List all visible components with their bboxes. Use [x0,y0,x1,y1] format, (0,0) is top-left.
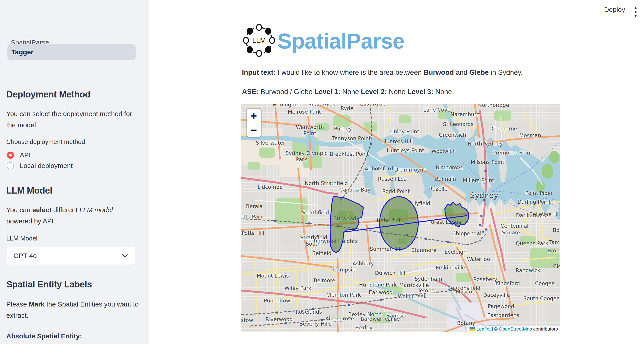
svg-text:Kingsford: Kingsford [496,280,520,286]
svg-text:Lidcombe: Lidcombe [258,184,283,190]
openstreetmap-link[interactable]: OpenStreetMap [499,326,532,332]
svg-text:Square: Square [502,230,520,236]
svg-text:Point: Point [303,131,316,136]
deployment-method-heading: Deployment Method [6,89,90,99]
svg-text:Waterloo: Waterloo [467,256,490,262]
svg-text:Rosebery: Rosebery [473,276,498,282]
svg-text:West Ryde: West Ryde [309,104,336,107]
svg-text:Ashbury: Ashbury [352,261,374,267]
svg-text:Sydney: Sydney [470,191,498,200]
svg-text:Silverwater: Silverwater [256,140,285,146]
svg-text:Balmain: Balmain [435,176,456,182]
leaflet-map[interactable]: ErmingtonWest RydeRydeEast RydeMelrose P… [241,104,560,332]
svg-text:Roselands: Roselands [296,309,322,315]
choose-deployment-label: Choose deployment method: [6,138,87,146]
radio-local-deployment[interactable]: Local deployment [7,161,73,170]
radio-api[interactable]: API [7,151,30,160]
svg-text:Millers Point: Millers Point [463,177,494,183]
svg-text:Tennyson Point: Tennyson Point [332,135,371,141]
svg-text:Bondi: Bondi [553,227,560,233]
logo-text: LLM [252,37,266,44]
ase-result-line: ASE: Burwood / Glebe Level 1: None Level… [242,87,579,97]
svg-text:St Leonards: St Leonards [443,121,474,127]
deploy-button[interactable]: Deploy [604,6,625,13]
svg-text:Clovelly: Clovelly [553,263,560,269]
svg-text:Coogee: Coogee [535,280,554,286]
radio-local-label: Local deployment [20,162,73,170]
page-title: SpatialParse [278,29,404,53]
svg-text:Bellevue Hill: Bellevue Hill [529,211,560,217]
leaflet-link[interactable]: Leaflet [476,326,491,332]
svg-text:Daceyville: Daceyville [483,292,510,298]
llm-model-select[interactable]: GPT-4o [7,247,135,265]
deployment-method-description: You can select the deployment method for… [6,108,141,131]
spatial-entity-labels-heading: Spatial Entity Labels [6,279,92,289]
svg-text:Hurlstone Park: Hurlstone Park [359,282,397,288]
svg-text:Stanmore: Stanmore [411,247,436,253]
svg-text:Tamarama: Tamarama [549,239,560,245]
zoom-in-button[interactable]: + [247,109,261,123]
absolute-spatial-entity-label: Absolute Spatial Entity: [6,331,141,342]
svg-text:Wentworth: Wentworth [296,124,324,130]
svg-text:Ryde: Ryde [340,105,353,111]
svg-text:Beverly Hills: Beverly Hills [300,321,332,327]
ukraine-flag-icon [470,327,475,331]
svg-text:Strathfield: Strathfield [300,235,327,240]
svg-text:Abbotsford: Abbotsford [365,166,393,172]
svg-text:South: South [306,241,321,247]
svg-text:Banksia: Banksia [386,313,406,319]
input-text-line: Input text: I would like to know where i… [242,67,579,78]
svg-text:Sydenham: Sydenham [415,276,442,282]
svg-text:Bexley: Bexley [355,325,372,331]
radio-api-label: API [20,151,30,159]
radio-unselected-icon[interactable] [7,162,14,169]
llm-model-selected-value: GPT-4o [14,252,122,260]
svg-text:East Ryde: East Ryde [360,104,386,107]
svg-text:Cremorne: Cremorne [492,126,517,132]
svg-text:Woolwich: Woolwich [432,148,456,154]
radio-selected-icon[interactable] [7,152,14,159]
copyright-symbol: © [494,326,498,332]
svg-text:Wolli Creek: Wolli Creek [398,294,427,299]
svg-text:Darling Point: Darling Point [518,199,551,205]
svg-text:Point Piper: Point Piper [525,190,553,196]
spatial-entity-labels-description: Please Mark the Spatial Entities you wan… [6,299,141,321]
svg-text:Sydney Olympic: Sydney Olympic [286,150,328,156]
llm-logo: LLM [241,22,277,58]
svg-text:Clemton Park: Clemton Park [326,292,361,298]
svg-text:Pagewood: Pagewood [488,303,514,309]
svg-text:Hunters Hill: Hunters Hill [382,139,413,144]
svg-text:Park: Park [296,157,307,162]
svg-text:Melrose Park: Melrose Park [288,109,321,115]
svg-text:North Sydney: North Sydney [468,141,503,147]
svg-text:Naremburn: Naremburn [450,111,480,117]
map-attribution: Leaflet | © OpenStreetMap contributors [467,326,560,332]
svg-text:Huntleys Point: Huntleys Point [387,148,424,153]
svg-text:Drummoyne: Drummoyne [394,167,426,173]
svg-text:Marrickville: Marrickville [399,282,429,288]
zoom-out-button[interactable]: − [247,123,261,137]
svg-text:Cremorne Point: Cremorne Point [492,150,532,156]
sidebar-item-tagger[interactable]: Tagger [8,44,136,60]
attribution-separator: | [492,326,493,332]
svg-text:Greenwich: Greenwich [439,132,466,138]
svg-text:Bexley North: Bexley North [348,312,382,317]
svg-text:Tempe: Tempe [417,288,434,294]
svg-text:Rozelle: Rozelle [429,186,448,192]
svg-text:Chippendale: Chippendale [452,231,484,236]
llm-model-select-label: LLM Model [6,235,38,242]
svg-text:Queens Park: Queens Park [516,240,548,246]
svg-text:Ermington: Ermington [273,104,300,108]
map-zoom-control: + − [247,109,261,137]
svg-text:Milsons Point: Milsons Point [471,159,504,165]
svg-text:Campsie: Campsie [333,267,356,273]
svg-text:Putney: Putney [334,126,352,132]
svg-text:Strathfield: Strathfield [302,210,329,215]
kebab-menu-icon[interactable] [631,7,640,17]
sidebar: SpatialParse Tagger Deployment Method Yo… [0,0,149,344]
svg-text:Eastgardens: Eastgardens [487,312,520,318]
llm-model-heading: LLM Model [6,185,52,195]
chevron-down-icon [122,254,128,258]
svg-text:Bronte: Bronte [548,248,560,254]
map-canvas: ErmingtonWest RydeRydeEast RydeMelrose P… [241,104,560,332]
